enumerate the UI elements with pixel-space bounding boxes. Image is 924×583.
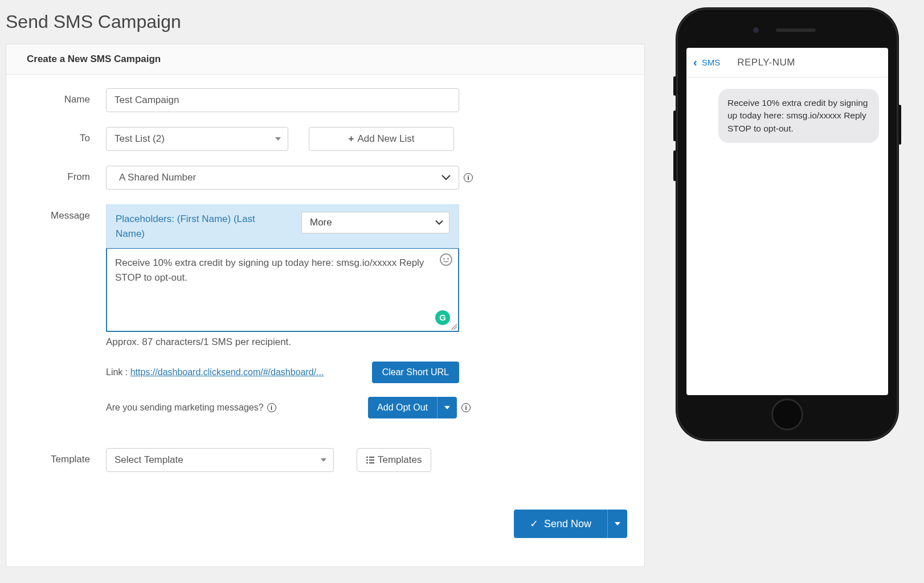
placeholders-more-select[interactable]: More: [301, 212, 449, 233]
plus-icon: +: [348, 133, 354, 145]
phone-side-button: [673, 76, 676, 96]
resize-handle-icon[interactable]: [451, 324, 457, 330]
message-label: Message: [23, 204, 106, 221]
add-list-label: Add New List: [357, 133, 414, 145]
campaign-card: Create a New SMS Campaign Name To Test L…: [6, 44, 645, 567]
from-selected: A Shared Number: [115, 172, 196, 183]
add-new-list-button[interactable]: + Add New List: [309, 127, 454, 151]
short-link-url[interactable]: https://dashboard.clicksend.com/#/dashbo…: [130, 367, 324, 377]
caret-down-icon: [321, 458, 326, 462]
sms-back-label: SMS: [702, 58, 721, 67]
templates-btn-label: Templates: [378, 454, 422, 466]
phone-side-button: [673, 150, 676, 181]
check-icon: ✓: [530, 518, 538, 530]
message-textarea[interactable]: [107, 249, 458, 329]
character-count: Approx. 87 characters/1 SMS per recipien…: [106, 336, 459, 348]
phone-preview: ‹ SMS REPLY-NUM Receive 10% extra credit…: [676, 8, 898, 441]
phone-home-button-icon: [771, 399, 803, 430]
list-icon: [366, 457, 374, 463]
message-textarea-wrap: G: [106, 248, 459, 332]
caret-down-icon: [615, 522, 620, 525]
emoji-picker-icon[interactable]: [440, 253, 452, 266]
to-list-selected: Test List (2): [115, 133, 165, 144]
placeholders-text: Placeholders: (First Name) (Last Name): [116, 212, 287, 241]
campaign-name-input[interactable]: [106, 88, 459, 112]
phone-speaker-icon: [776, 28, 816, 32]
template-label: Template: [23, 448, 106, 465]
from-label: From: [23, 166, 106, 183]
placeholders-bar: Placeholders: (First Name) (Last Name) M…: [106, 204, 459, 248]
sms-title: REPLY-NUM: [737, 57, 795, 68]
info-icon[interactable]: i: [464, 173, 473, 182]
caret-down-icon: [444, 406, 450, 409]
sms-header: ‹ SMS REPLY-NUM: [686, 48, 888, 77]
template-selected: Select Template: [115, 454, 183, 465]
phone-side-button: [673, 110, 676, 141]
to-list-select[interactable]: Test List (2): [106, 127, 288, 151]
grammarly-icon[interactable]: G: [435, 310, 450, 325]
phone-screen: ‹ SMS REPLY-NUM Receive 10% extra credit…: [686, 48, 888, 395]
page-title: Send SMS Campaign: [6, 11, 645, 32]
marketing-question: Are you sending marketing messages?: [106, 403, 264, 413]
to-label: To: [23, 127, 106, 144]
caret-down-icon: [275, 137, 281, 141]
more-label: More: [310, 217, 332, 228]
sms-bubble: Receive 10% extra credit by signing up t…: [718, 89, 879, 143]
card-header: Create a New SMS Campaign: [6, 44, 644, 75]
chevron-left-icon: ‹: [693, 56, 697, 69]
link-label: Link :: [106, 367, 128, 377]
chevron-down-icon: [435, 220, 443, 225]
info-icon[interactable]: i: [267, 403, 276, 412]
from-number-select[interactable]: A Shared Number: [106, 166, 459, 190]
phone-side-button: [898, 105, 901, 145]
opt-out-dropdown-toggle[interactable]: [437, 397, 457, 418]
send-now-button[interactable]: ✓ Send Now: [514, 510, 627, 538]
opt-out-label: Add Opt Out: [368, 397, 437, 418]
template-select[interactable]: Select Template: [106, 448, 334, 472]
phone-camera-icon: [753, 27, 759, 33]
templates-button[interactable]: Templates: [357, 448, 431, 472]
add-opt-out-button[interactable]: Add Opt Out: [368, 397, 457, 418]
clear-short-url-button[interactable]: Clear Short URL: [372, 362, 459, 383]
send-now-label: Send Now: [544, 518, 591, 530]
info-icon[interactable]: i: [461, 403, 471, 412]
send-dropdown-toggle[interactable]: [607, 510, 627, 538]
name-label: Name: [23, 88, 106, 105]
chevron-down-icon: [441, 175, 451, 180]
